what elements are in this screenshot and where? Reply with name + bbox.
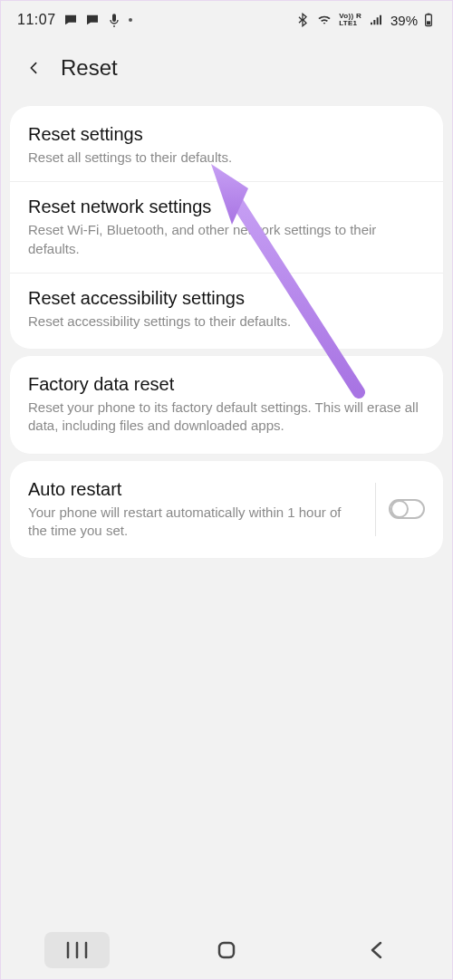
auto-restart-toggle[interactable] — [389, 499, 425, 519]
recents-button[interactable] — [44, 932, 110, 968]
auto-restart-card: Auto restart Your phone will restart aut… — [10, 461, 443, 559]
reset-accessibility-settings-item[interactable]: Reset accessibility settings Reset acces… — [10, 273, 443, 345]
item-desc: Reset accessibility settings to their de… — [28, 312, 425, 331]
chat-icon — [85, 13, 100, 27]
home-icon — [216, 939, 237, 961]
page-title: Reset — [61, 55, 118, 81]
navigation-bar — [1, 928, 452, 979]
status-right: Vo)) R LTE1 39% — [295, 13, 436, 28]
item-desc: Your phone will restart automatically wi… — [28, 504, 362, 541]
factory-reset-card: Factory data reset Reset your phone to i… — [10, 356, 443, 454]
network-indicator: Vo)) R LTE1 — [339, 13, 361, 27]
reset-options-card: Reset settings Reset all settings to the… — [10, 106, 443, 349]
chevron-left-icon — [367, 939, 385, 961]
item-desc: Reset all settings to their defaults. — [28, 149, 425, 167]
battery-percent: 39% — [390, 13, 418, 28]
mic-icon — [107, 13, 121, 27]
battery-indicator: 39% — [390, 13, 436, 28]
status-clock: 11:07 — [17, 12, 56, 28]
chat-icon — [63, 13, 78, 27]
status-left: 11:07 — [17, 12, 132, 28]
svg-rect-2 — [428, 14, 430, 14]
reset-network-settings-item[interactable]: Reset network settings Reset Wi-Fi, Blue… — [10, 181, 443, 273]
chevron-left-icon — [26, 57, 41, 79]
svg-rect-1 — [427, 21, 430, 24]
item-desc: Reset your phone to its factory default … — [28, 399, 425, 436]
bluetooth-icon — [295, 13, 310, 27]
recents-icon — [64, 941, 90, 959]
status-bar: 11:07 Vo)) R LTE1 39% — [1, 1, 452, 34]
network-bot: LTE1 — [339, 20, 357, 27]
back-button[interactable] — [21, 55, 46, 81]
item-desc: Reset Wi-Fi, Bluetooth, and other networ… — [28, 221, 425, 258]
wifi-icon — [317, 13, 332, 27]
dot-icon — [129, 18, 132, 22]
nav-back-button[interactable] — [343, 932, 409, 968]
item-title: Factory data reset — [28, 374, 425, 395]
battery-icon — [421, 13, 436, 27]
auto-restart-item[interactable]: Auto restart Your phone will restart aut… — [10, 465, 443, 555]
factory-data-reset-item[interactable]: Factory data reset Reset your phone to i… — [10, 360, 443, 450]
toggle-knob — [390, 500, 409, 518]
item-title: Reset accessibility settings — [28, 288, 425, 309]
svg-rect-3 — [219, 943, 234, 957]
item-title: Auto restart — [28, 479, 362, 500]
home-button[interactable] — [194, 932, 259, 968]
signal-icon — [369, 13, 383, 27]
item-title: Reset settings — [28, 124, 425, 145]
item-title: Reset network settings — [28, 197, 425, 217]
page-header: Reset — [1, 34, 452, 99]
reset-settings-item[interactable]: Reset settings Reset all settings to the… — [10, 110, 443, 181]
vertical-divider — [375, 483, 376, 537]
